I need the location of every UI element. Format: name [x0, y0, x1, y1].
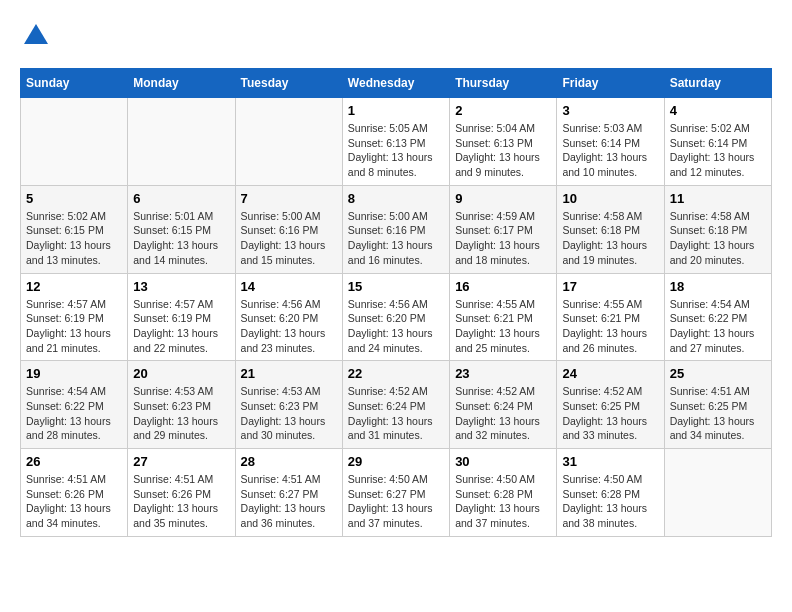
day-number: 23: [455, 366, 551, 381]
day-number: 8: [348, 191, 444, 206]
calendar-cell: 28 Sunrise: 4:51 AMSunset: 6:27 PMDaylig…: [235, 449, 342, 537]
day-number: 22: [348, 366, 444, 381]
calendar-cell: 16 Sunrise: 4:55 AMSunset: 6:21 PMDaylig…: [450, 273, 557, 361]
day-info: Sunrise: 4:58 AMSunset: 6:18 PMDaylight:…: [670, 209, 766, 268]
calendar-cell: 8 Sunrise: 5:00 AMSunset: 6:16 PMDayligh…: [342, 185, 449, 273]
calendar-cell: [235, 98, 342, 186]
column-header-monday: Monday: [128, 69, 235, 98]
day-number: 14: [241, 279, 337, 294]
calendar-cell: 5 Sunrise: 5:02 AMSunset: 6:15 PMDayligh…: [21, 185, 128, 273]
day-number: 28: [241, 454, 337, 469]
day-number: 17: [562, 279, 658, 294]
calendar-cell: 7 Sunrise: 5:00 AMSunset: 6:16 PMDayligh…: [235, 185, 342, 273]
calendar-cell: 15 Sunrise: 4:56 AMSunset: 6:20 PMDaylig…: [342, 273, 449, 361]
day-number: 10: [562, 191, 658, 206]
calendar-cell: [664, 449, 771, 537]
calendar-cell: 14 Sunrise: 4:56 AMSunset: 6:20 PMDaylig…: [235, 273, 342, 361]
day-number: 21: [241, 366, 337, 381]
day-info: Sunrise: 4:54 AMSunset: 6:22 PMDaylight:…: [670, 297, 766, 356]
day-info: Sunrise: 5:04 AMSunset: 6:13 PMDaylight:…: [455, 121, 551, 180]
column-header-tuesday: Tuesday: [235, 69, 342, 98]
day-info: Sunrise: 4:54 AMSunset: 6:22 PMDaylight:…: [26, 384, 122, 443]
calendar-cell: 1 Sunrise: 5:05 AMSunset: 6:13 PMDayligh…: [342, 98, 449, 186]
day-info: Sunrise: 4:58 AMSunset: 6:18 PMDaylight:…: [562, 209, 658, 268]
day-info: Sunrise: 4:51 AMSunset: 6:25 PMDaylight:…: [670, 384, 766, 443]
calendar-cell: 4 Sunrise: 5:02 AMSunset: 6:14 PMDayligh…: [664, 98, 771, 186]
day-info: Sunrise: 5:00 AMSunset: 6:16 PMDaylight:…: [348, 209, 444, 268]
calendar-cell: 27 Sunrise: 4:51 AMSunset: 6:26 PMDaylig…: [128, 449, 235, 537]
day-info: Sunrise: 5:02 AMSunset: 6:15 PMDaylight:…: [26, 209, 122, 268]
day-number: 7: [241, 191, 337, 206]
calendar-cell: 10 Sunrise: 4:58 AMSunset: 6:18 PMDaylig…: [557, 185, 664, 273]
calendar-week-row: 1 Sunrise: 5:05 AMSunset: 6:13 PMDayligh…: [21, 98, 772, 186]
day-info: Sunrise: 5:03 AMSunset: 6:14 PMDaylight:…: [562, 121, 658, 180]
calendar-cell: 13 Sunrise: 4:57 AMSunset: 6:19 PMDaylig…: [128, 273, 235, 361]
day-info: Sunrise: 5:05 AMSunset: 6:13 PMDaylight:…: [348, 121, 444, 180]
day-number: 26: [26, 454, 122, 469]
day-number: 16: [455, 279, 551, 294]
calendar-cell: 11 Sunrise: 4:58 AMSunset: 6:18 PMDaylig…: [664, 185, 771, 273]
day-info: Sunrise: 5:01 AMSunset: 6:15 PMDaylight:…: [133, 209, 229, 268]
day-number: 31: [562, 454, 658, 469]
day-number: 3: [562, 103, 658, 118]
day-info: Sunrise: 4:57 AMSunset: 6:19 PMDaylight:…: [26, 297, 122, 356]
calendar-cell: 25 Sunrise: 4:51 AMSunset: 6:25 PMDaylig…: [664, 361, 771, 449]
day-info: Sunrise: 4:56 AMSunset: 6:20 PMDaylight:…: [348, 297, 444, 356]
calendar-cell: 3 Sunrise: 5:03 AMSunset: 6:14 PMDayligh…: [557, 98, 664, 186]
calendar-cell: 31 Sunrise: 4:50 AMSunset: 6:28 PMDaylig…: [557, 449, 664, 537]
day-info: Sunrise: 4:50 AMSunset: 6:28 PMDaylight:…: [562, 472, 658, 531]
day-number: 5: [26, 191, 122, 206]
day-info: Sunrise: 4:53 AMSunset: 6:23 PMDaylight:…: [241, 384, 337, 443]
calendar-cell: 9 Sunrise: 4:59 AMSunset: 6:17 PMDayligh…: [450, 185, 557, 273]
column-header-wednesday: Wednesday: [342, 69, 449, 98]
column-header-thursday: Thursday: [450, 69, 557, 98]
calendar-cell: 6 Sunrise: 5:01 AMSunset: 6:15 PMDayligh…: [128, 185, 235, 273]
calendar-cell: 26 Sunrise: 4:51 AMSunset: 6:26 PMDaylig…: [21, 449, 128, 537]
column-header-sunday: Sunday: [21, 69, 128, 98]
calendar-cell: 30 Sunrise: 4:50 AMSunset: 6:28 PMDaylig…: [450, 449, 557, 537]
day-info: Sunrise: 4:50 AMSunset: 6:28 PMDaylight:…: [455, 472, 551, 531]
day-info: Sunrise: 4:53 AMSunset: 6:23 PMDaylight:…: [133, 384, 229, 443]
calendar-cell: 22 Sunrise: 4:52 AMSunset: 6:24 PMDaylig…: [342, 361, 449, 449]
column-header-friday: Friday: [557, 69, 664, 98]
page-header: [20, 20, 772, 52]
day-info: Sunrise: 4:59 AMSunset: 6:17 PMDaylight:…: [455, 209, 551, 268]
day-info: Sunrise: 4:55 AMSunset: 6:21 PMDaylight:…: [455, 297, 551, 356]
day-info: Sunrise: 4:51 AMSunset: 6:26 PMDaylight:…: [26, 472, 122, 531]
calendar-cell: 20 Sunrise: 4:53 AMSunset: 6:23 PMDaylig…: [128, 361, 235, 449]
calendar-cell: [128, 98, 235, 186]
calendar-week-row: 5 Sunrise: 5:02 AMSunset: 6:15 PMDayligh…: [21, 185, 772, 273]
day-info: Sunrise: 4:52 AMSunset: 6:24 PMDaylight:…: [455, 384, 551, 443]
calendar-cell: [21, 98, 128, 186]
svg-marker-0: [24, 24, 48, 44]
day-number: 6: [133, 191, 229, 206]
calendar-cell: 2 Sunrise: 5:04 AMSunset: 6:13 PMDayligh…: [450, 98, 557, 186]
calendar-cell: 19 Sunrise: 4:54 AMSunset: 6:22 PMDaylig…: [21, 361, 128, 449]
day-number: 12: [26, 279, 122, 294]
day-number: 13: [133, 279, 229, 294]
logo-icon: [20, 20, 52, 52]
calendar-table: SundayMondayTuesdayWednesdayThursdayFrid…: [20, 68, 772, 537]
calendar-cell: 18 Sunrise: 4:54 AMSunset: 6:22 PMDaylig…: [664, 273, 771, 361]
calendar-cell: 24 Sunrise: 4:52 AMSunset: 6:25 PMDaylig…: [557, 361, 664, 449]
calendar-week-row: 19 Sunrise: 4:54 AMSunset: 6:22 PMDaylig…: [21, 361, 772, 449]
calendar-cell: 12 Sunrise: 4:57 AMSunset: 6:19 PMDaylig…: [21, 273, 128, 361]
day-number: 25: [670, 366, 766, 381]
calendar-cell: 23 Sunrise: 4:52 AMSunset: 6:24 PMDaylig…: [450, 361, 557, 449]
day-number: 9: [455, 191, 551, 206]
day-number: 4: [670, 103, 766, 118]
calendar-week-row: 12 Sunrise: 4:57 AMSunset: 6:19 PMDaylig…: [21, 273, 772, 361]
day-number: 18: [670, 279, 766, 294]
calendar-cell: 29 Sunrise: 4:50 AMSunset: 6:27 PMDaylig…: [342, 449, 449, 537]
calendar-week-row: 26 Sunrise: 4:51 AMSunset: 6:26 PMDaylig…: [21, 449, 772, 537]
day-info: Sunrise: 4:55 AMSunset: 6:21 PMDaylight:…: [562, 297, 658, 356]
day-info: Sunrise: 4:57 AMSunset: 6:19 PMDaylight:…: [133, 297, 229, 356]
day-info: Sunrise: 5:02 AMSunset: 6:14 PMDaylight:…: [670, 121, 766, 180]
day-info: Sunrise: 4:52 AMSunset: 6:25 PMDaylight:…: [562, 384, 658, 443]
day-number: 24: [562, 366, 658, 381]
day-info: Sunrise: 4:52 AMSunset: 6:24 PMDaylight:…: [348, 384, 444, 443]
logo: [20, 20, 56, 52]
day-number: 20: [133, 366, 229, 381]
day-number: 27: [133, 454, 229, 469]
day-number: 2: [455, 103, 551, 118]
